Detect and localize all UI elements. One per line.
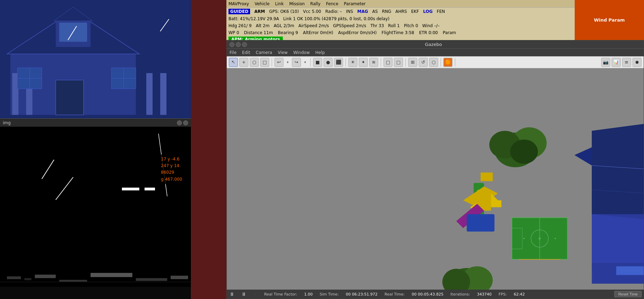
svg-rect-28 [91, 273, 132, 277]
lidar-canvas [0, 127, 191, 299]
param-info: Param [443, 30, 456, 35]
img-minimize-btn[interactable] [177, 120, 182, 125]
menu-file[interactable]: File [230, 50, 236, 55]
menu-fence[interactable]: Fence [326, 1, 338, 6]
menu-camera[interactable]: Camera [256, 50, 272, 55]
tb-undo-drop[interactable]: ▾ [285, 58, 290, 67]
gps-status: GPS: OK6 (10) [269, 9, 299, 14]
menu-edit[interactable]: Edit [242, 50, 250, 55]
thr-info: Thr 33 [370, 23, 384, 28]
tb-grid-btn[interactable]: ⊞ [408, 58, 417, 67]
wp-info: WP 0 [228, 30, 239, 35]
realtime-factor-sep: · [255, 292, 256, 297]
tb-sep7 [455, 58, 455, 66]
menu-window[interactable]: Window [293, 50, 310, 55]
alterror-info: AltError 0m(H) [303, 30, 333, 35]
img-title-label: img [3, 120, 11, 125]
left-panel: img [0, 0, 191, 299]
ahrs-status: AHRS [395, 9, 407, 14]
gpsspeed-info: GPSSpeed 2m/s [333, 23, 366, 28]
tb-model2-btn[interactable]: □ [394, 58, 403, 67]
tb-cylinder-btn[interactable]: ⬛ [334, 58, 343, 67]
tb-model1-btn[interactable]: □ [383, 58, 393, 67]
tb-select-btn[interactable]: ↖ [229, 58, 238, 67]
tb-orange-btn[interactable]: 🟠 [443, 58, 452, 67]
realtime-factor-value: 1.00 [304, 292, 313, 297]
wind-info: Wind –/– [422, 23, 440, 28]
link-info: Link 1 OK 100.0% (42879 pkts, 0 lost, 0.… [283, 16, 389, 21]
svg-rect-29 [136, 278, 167, 281]
iterations-label: Iterations: [450, 292, 470, 297]
top-view [0, 0, 191, 118]
tb-sparkle-btn[interactable]: ✦ [359, 58, 368, 67]
menu-link[interactable]: Link [275, 1, 284, 6]
tb-stats-btn[interactable]: 📊 [612, 58, 621, 67]
tb-sep6 [441, 58, 441, 66]
svg-rect-26 [35, 275, 56, 278]
menu-help[interactable]: Help [315, 50, 325, 55]
svg-rect-30 [171, 276, 188, 279]
wind-param-label: Wind Param [594, 17, 625, 23]
sim-time-value: 00 06:23:51.972 [346, 292, 378, 297]
svg-rect-52 [481, 173, 493, 181]
menu-rally[interactable]: Rally [310, 1, 320, 6]
menu-vehicle[interactable]: Vehicle [255, 1, 270, 6]
tb-rotate-btn[interactable]: ○ [250, 58, 259, 67]
svg-point-62 [554, 238, 556, 239]
menu-mission[interactable]: Mission [289, 1, 304, 6]
reset-time-btn[interactable]: Reset Time [614, 291, 642, 297]
img-maximize-btn[interactable] [183, 120, 188, 125]
flighttime-info: FlightTime 3:58 [382, 30, 414, 35]
svg-rect-25 [24, 278, 31, 280]
tb-sep2 [310, 58, 311, 66]
svg-rect-10 [56, 80, 84, 115]
as-status: AS [372, 9, 378, 14]
menu-view[interactable]: View [278, 50, 287, 55]
readout-line2: 247 y 14. [161, 163, 189, 169]
menu-parameter[interactable]: Parameter [344, 1, 365, 6]
real-time-label: Real Time: [385, 292, 405, 297]
real-time-value: 00 00:05:43.825 [412, 292, 443, 297]
tb-light-btn[interactable]: ☀ [348, 58, 357, 67]
tb-layers-btn[interactable]: ≡ [622, 58, 631, 67]
tb-sphere-btn[interactable]: ● [324, 58, 333, 67]
tb-redo-drop[interactable]: ▾ [302, 58, 308, 67]
menu-mavproxy[interactable]: MAVProxy [228, 1, 249, 6]
hdg-info: Hdg 261/ 9 [228, 23, 251, 28]
tb-hatch-btn[interactable]: ≋ [369, 58, 378, 67]
gazebo-close-btn[interactable] [230, 42, 234, 47]
wind-param-overlay: Wind Param [575, 0, 644, 40]
tb-translate-btn[interactable]: + [239, 58, 248, 67]
gazebo-window: Gazebo File Edit Camera View Window Help… [226, 40, 644, 299]
svg-rect-9 [160, 73, 166, 115]
tb-scale-btn[interactable]: □ [260, 58, 269, 67]
tb-record-btn[interactable]: ⏺ [633, 58, 642, 67]
tb-sep4 [381, 58, 381, 66]
tb-refresh-btn[interactable]: ↺ [419, 58, 428, 67]
tb-box-btn[interactable]: ■ [313, 58, 322, 67]
gazebo-menubar: File Edit Camera View Window Help [227, 49, 644, 56]
fps-label: FPS: [498, 292, 507, 297]
gazebo-minimize-btn[interactable] [236, 42, 241, 47]
iterations-value: 343740 [477, 292, 491, 297]
realtime-factor-label: Real Time Factor: [264, 292, 297, 297]
gazebo-maximize-btn[interactable] [242, 42, 247, 47]
svg-rect-53 [491, 200, 502, 207]
gazebo-viewport[interactable] [227, 68, 644, 290]
svg-rect-34 [0, 287, 191, 299]
pause-icon[interactable]: ⏸ [241, 291, 246, 297]
pitch-info: Pitch 0 [404, 23, 418, 28]
pause-btn[interactable]: ⏸ [230, 291, 234, 297]
alt-info: Alt 2m [256, 23, 269, 28]
img-titlebar: img [0, 118, 191, 127]
tb-play-btn[interactable]: ○ [429, 58, 438, 67]
img-titlebar-buttons[interactable] [177, 120, 188, 125]
gazebo-window-buttons[interactable] [230, 42, 247, 47]
sim-time-label: Sim Time: [320, 292, 339, 297]
dist-info: Distance 11m [244, 30, 273, 35]
tb-screenshot-btn[interactable]: 📷 [601, 58, 610, 67]
tb-redo-btn[interactable]: ↪ [292, 58, 301, 67]
batt-info: Batt: 41%/12.19V 29.9A [228, 16, 279, 21]
tb-undo-btn[interactable]: ↩ [274, 58, 284, 67]
tb-sep1 [272, 58, 272, 66]
